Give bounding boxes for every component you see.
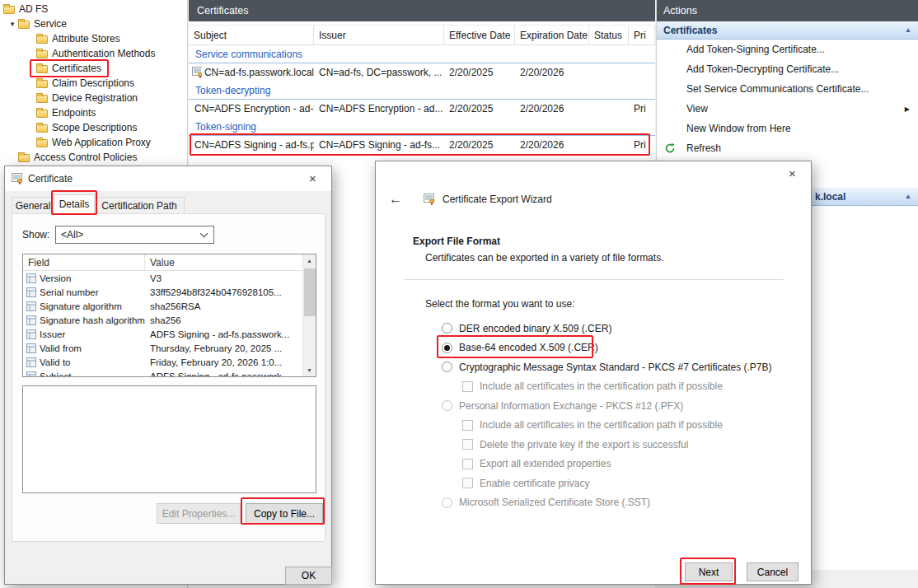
list-item-signature-hash-algorithm[interactable]: Signature hash algorithm sha256 (23, 313, 316, 327)
tree-item-label: Claim Descriptions (52, 77, 134, 89)
column-header-subject[interactable]: Subject (189, 26, 314, 44)
actions-section-header-certificates[interactable]: Certificates ▲ (657, 21, 918, 40)
radio-option-base64[interactable]: Base-64 encoded X.509 (.CER) (442, 338, 801, 358)
collapse-arrow-icon[interactable]: ▲ (905, 26, 911, 34)
tree-item-ad-fs[interactable]: AD FS (0, 2, 187, 16)
list-item-valid-to[interactable]: Valid to Friday, February 20, 2026 1:0..… (23, 355, 316, 369)
action-refresh[interactable]: Refresh (657, 138, 918, 158)
action-new-window-from-here[interactable]: New Window from Here (657, 119, 918, 138)
tab-details[interactable]: Details (54, 194, 95, 213)
tree-item-web-application-proxy[interactable]: Web Application Proxy (0, 135, 187, 150)
folder-icon (36, 139, 48, 147)
radio-icon[interactable] (442, 362, 452, 372)
divider (405, 279, 784, 280)
tab-general[interactable]: General (12, 197, 54, 213)
tree-item-certificates[interactable]: Certificates (0, 61, 187, 76)
tree-item-label: Access Control Policies (34, 152, 137, 163)
section-label: Certificates (663, 25, 717, 36)
copy-to-file-button[interactable]: Copy to File... (246, 503, 323, 524)
cell-subject: CN=ADFS Encryption - ad-f... (194, 103, 314, 114)
fields-column-field[interactable]: Field (23, 254, 145, 270)
field-name: Signature hash algorithm (40, 315, 145, 325)
tree-item-device-registration[interactable]: Device Registration (0, 91, 187, 105)
action-add-token-signing-certificate[interactable]: Add Token-Signing Certificate... (657, 40, 918, 59)
group-label: Token-decrypting (195, 85, 270, 96)
cell-expiration-date: 2/20/2026 (520, 67, 564, 78)
chevron-expanded-icon[interactable]: ▾ (7, 20, 18, 28)
certificate-export-wizard-dialog: × ← Certificate Export Wizard Export Fil… (375, 161, 812, 585)
tree-item-authentication-methods[interactable]: Authentication Methods (0, 46, 187, 61)
option-label: Include all certificates in the certific… (480, 380, 723, 392)
field-name: Version (40, 273, 71, 283)
column-header-expiration-date[interactable]: Expiration Date (515, 26, 589, 44)
action-view[interactable]: View ▶ (657, 99, 918, 119)
scroll-up-icon[interactable]: ▲ (303, 254, 316, 267)
cell-effective-date: 2/20/2025 (449, 67, 493, 78)
close-icon[interactable]: × (294, 166, 331, 190)
table-row-token-decrypting-cert[interactable]: CN=ADFS Encryption - ad-f... CN=ADFS Enc… (189, 100, 655, 118)
tree-item-label: AD FS (19, 3, 48, 15)
list-item-issuer[interactable]: Issuer ADFS Signing - ad-fs.passwork... (23, 327, 316, 341)
cell-expiration-date: 2/20/2026 (520, 103, 564, 114)
field-name: Serial number (40, 287, 99, 297)
scrollbar[interactable]: ▲ ▼ (302, 254, 316, 376)
group-label: Service communications (195, 49, 302, 60)
tree-item-label: Service (34, 18, 67, 30)
back-arrow-icon[interactable]: ← (389, 192, 402, 207)
radio-icon[interactable] (442, 323, 452, 334)
details-tab-page: Show: <All> Field Value Version V3 Seria… (12, 213, 326, 542)
tab-certification-path[interactable]: Certification Path (94, 197, 185, 213)
certificate-fields-list[interactable]: Field Value Version V3 Serial number 33f… (22, 254, 316, 377)
field-icon (26, 357, 36, 367)
table-row-token-signing-cert[interactable]: CN=ADFS Signing - ad-fs.p... CN=ADFS Sig… (189, 136, 655, 154)
tree-item-endpoints[interactable]: Endpoints (0, 105, 187, 120)
action-label: New Window from Here (686, 123, 791, 134)
tree-item-attribute-stores[interactable]: Attribute Stores (0, 31, 187, 46)
collapse-arrow-icon[interactable]: ▲ (905, 193, 911, 200)
cancel-button[interactable]: Cancel (747, 562, 799, 581)
certificate-dialog-titlebar[interactable]: Certificate × (5, 166, 331, 191)
table-header: Subject Issuer Effective Date Expiration… (189, 25, 655, 45)
action-add-token-decrypting-certificate[interactable]: Add Token-Decrypting Certificate... (657, 59, 918, 79)
radio-option-pkcs7[interactable]: Cryptographic Message Syntax Standard - … (442, 357, 801, 377)
folder-icon (3, 6, 15, 14)
checkbox-icon (462, 420, 473, 431)
close-icon[interactable]: × (774, 161, 811, 185)
field-icon (26, 329, 36, 339)
wizard-titlebar[interactable]: × (376, 161, 811, 186)
column-header-effective-date[interactable]: Effective Date (444, 26, 515, 44)
tree-item-claim-descriptions[interactable]: Claim Descriptions (0, 76, 187, 91)
tab-strip: General Details Certification Path (12, 197, 184, 213)
field-icon (26, 273, 36, 283)
ok-button[interactable]: OK (285, 567, 332, 585)
tree-item-label: Authentication Methods (52, 48, 155, 59)
column-header-issuer[interactable]: Issuer (314, 26, 444, 44)
next-button[interactable]: Next (685, 562, 733, 581)
format-options-group: DER encoded binary X.509 (.CER) Base-64 … (442, 319, 801, 512)
show-dropdown[interactable]: <All> (55, 226, 214, 244)
list-item-signature-algorithm[interactable]: Signature algorithm sha256RSA (23, 299, 316, 313)
column-header-primary[interactable]: Pri (629, 26, 655, 44)
list-item-subject[interactable]: Subject ADFS Signing - ad-fs.passwork (23, 369, 316, 377)
list-item-valid-from[interactable]: Valid from Thursday, February 20, 2025 .… (23, 341, 316, 355)
field-icon (26, 343, 36, 353)
tree-item-access-control-policies[interactable]: Access Control Policies (0, 150, 187, 165)
column-header-status[interactable]: Status (589, 26, 629, 44)
action-label: View (686, 103, 708, 114)
list-item-version[interactable]: Version V3 (23, 271, 316, 285)
radio-icon (442, 400, 452, 411)
cell-primary: Pri (634, 103, 646, 114)
tree-item-service[interactable]: ▾ Service (0, 16, 187, 31)
fields-column-value[interactable]: Value (145, 254, 316, 270)
action-set-service-communications-certificate[interactable]: Set Service Communications Certificate..… (657, 79, 918, 99)
table-row-service-communications-cert[interactable]: CN=ad-fs.passwork.local CN=ad-fs, DC=pas… (189, 63, 655, 82)
radio-option-der[interactable]: DER encoded binary X.509 (.CER) (442, 319, 801, 338)
radio-selected-icon[interactable] (442, 343, 452, 353)
option-label: Microsoft Serialized Certificate Store (… (459, 497, 650, 508)
tree-item-scope-descriptions[interactable]: Scope Descriptions (0, 120, 187, 135)
list-item-serial-number[interactable]: Serial number 33ff5294b8f324b0476928105.… (23, 285, 316, 299)
scrollbar-thumb[interactable] (304, 268, 316, 316)
scroll-down-icon[interactable]: ▼ (303, 364, 316, 376)
folder-icon (36, 50, 48, 58)
cell-expiration-date: 2/20/2026 (520, 139, 564, 151)
